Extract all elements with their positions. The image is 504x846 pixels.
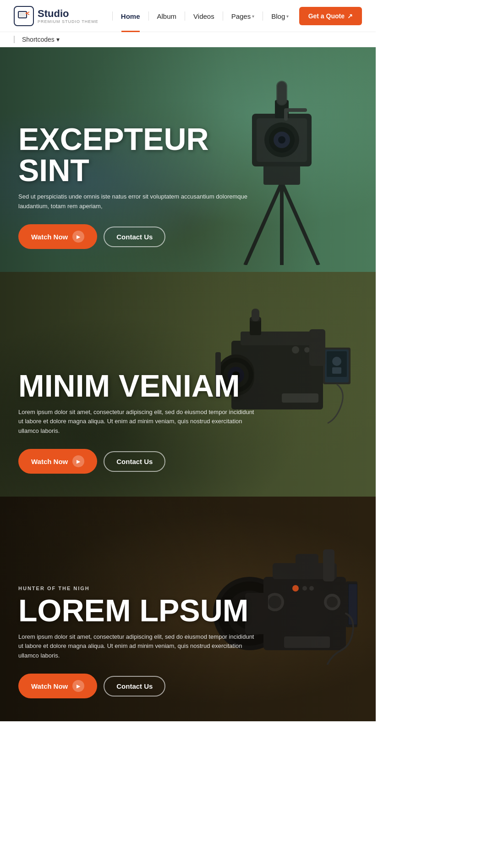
shortcodes-bar: Shortcodes ▾	[0, 32, 376, 47]
hero-1-content: EXCEPTEUR SINT Sed ut perspiciatis unde …	[18, 123, 275, 249]
get-quote-button[interactable]: Get a Quote ↗	[299, 7, 362, 25]
external-link-icon: ↗	[347, 12, 353, 20]
hero-3-contact-button[interactable]: Contact Us	[104, 676, 165, 697]
hero-1-title: EXCEPTEUR SINT	[18, 123, 275, 186]
shortcodes-chevron-icon: ▾	[56, 36, 60, 43]
blog-chevron-icon: ▾	[286, 14, 289, 19]
nav-item-home[interactable]: Home	[113, 0, 148, 32]
brand-name: Studio	[38, 8, 99, 19]
hero-section-2: MINIM VENIAM Lorem ipsum dolor sit amet,…	[0, 272, 376, 497]
hero-1-watch-button[interactable]: Watch Now ▶	[18, 224, 97, 249]
hero-2-contact-button[interactable]: Contact Us	[104, 451, 165, 472]
hero-3-label: HUNTER OF THE NIGH	[18, 586, 257, 591]
hero-2-title: MINIM VENIAM	[18, 370, 257, 401]
hero-1-subtitle: Sed ut perspiciatis unde omnis iste natu…	[18, 192, 257, 211]
brand-tagline: PREMIUM STUDIO THEME	[38, 19, 99, 24]
svg-line-3	[27, 12, 29, 13]
main-nav: Home Album Videos Pages ▾ Blog ▾	[112, 0, 299, 32]
hero-1-contact-button[interactable]: Contact Us	[104, 227, 165, 247]
svg-point-2	[26, 12, 27, 14]
logo[interactable]: Studio PREMIUM STUDIO THEME	[14, 6, 99, 26]
hero-3-buttons: Watch Now ▶ Contact Us	[18, 674, 257, 698]
hero-3-watch-button[interactable]: Watch Now ▶	[18, 674, 97, 698]
hero-1-buttons: Watch Now ▶ Contact Us	[18, 224, 275, 249]
nav-item-album[interactable]: Album	[149, 0, 185, 32]
play-icon-1: ▶	[72, 231, 84, 243]
hero-section-1: EXCEPTEUR SINT Sed ut perspiciatis unde …	[0, 47, 376, 272]
pages-chevron-icon: ▾	[252, 14, 254, 19]
hero-2-buttons: Watch Now ▶ Contact Us	[18, 449, 257, 474]
hero-section-3: HUNTER OF THE NIGH LOREM LPSUM Lorem ips…	[0, 497, 376, 721]
hero-3-title: LOREM LPSUM	[18, 595, 257, 626]
hero-2-watch-button[interactable]: Watch Now ▶	[18, 449, 97, 474]
nav-item-videos[interactable]: Videos	[185, 0, 223, 32]
hero-3-content: HUNTER OF THE NIGH LOREM LPSUM Lorem ips…	[18, 586, 257, 698]
site-header: Studio PREMIUM STUDIO THEME Home Album V…	[0, 0, 376, 32]
nav-item-blog[interactable]: Blog ▾	[263, 0, 297, 32]
hero-2-subtitle: Lorem ipsum dolor sit amet, consectetur …	[18, 408, 257, 436]
svg-line-4	[27, 14, 29, 15]
shortcodes-menu[interactable]: Shortcodes ▾	[14, 36, 60, 43]
hero-3-subtitle: Lorem ipsum dolor sit amet, consectetur …	[18, 632, 257, 661]
logo-text: Studio PREMIUM STUDIO THEME	[38, 8, 99, 24]
play-icon-2: ▶	[72, 455, 84, 467]
logo-icon	[14, 6, 34, 26]
nav-item-pages[interactable]: Pages ▾	[223, 0, 263, 32]
hero-2-content: MINIM VENIAM Lorem ipsum dolor sit amet,…	[18, 370, 257, 474]
svg-rect-1	[19, 12, 26, 17]
play-icon-3: ▶	[72, 680, 84, 692]
